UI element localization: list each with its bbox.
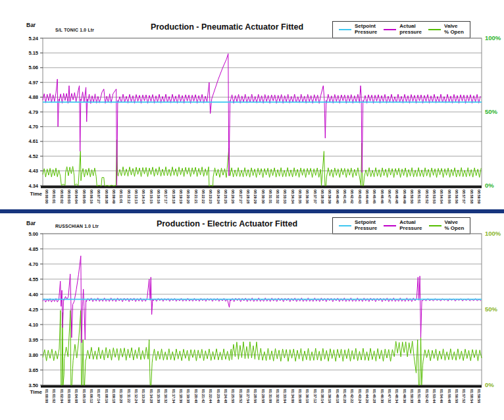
svg-text:5.00: 5.00 (28, 231, 38, 237)
svg-text:01:40:18: 01:40:18 (336, 389, 340, 403)
svg-text:08:49:49: 08:49:49 (403, 190, 407, 203)
svg-text:01:55:48: 01:55:48 (447, 389, 451, 403)
svg-text:01:57:52: 01:57:52 (462, 389, 466, 403)
electric-plot-area: 5.004.854.704.554.404.254.103.953.803.65… (0, 215, 504, 420)
svg-text:3.50: 3.50 (28, 382, 38, 388)
svg-text:08:25:25: 08:25:25 (224, 190, 228, 203)
svg-text:08:45:45: 08:45:45 (372, 190, 376, 203)
svg-text:01:44:26: 01:44:26 (365, 389, 369, 403)
svg-text:08:37:37: 08:37:37 (313, 190, 317, 203)
svg-text:08:52:52: 08:52:52 (425, 190, 429, 203)
svg-text:01:43:24: 01:43:24 (358, 389, 362, 403)
svg-text:01:50:38: 01:50:38 (410, 389, 414, 403)
svg-text:01:45:28: 01:45:28 (372, 389, 376, 403)
svg-text:01:16:32: 01:16:32 (164, 389, 168, 403)
svg-text:01:49:36: 01:49:36 (403, 389, 407, 403)
svg-text:08:29:29: 08:29:29 (253, 190, 257, 203)
svg-text:01:39:16: 01:39:16 (328, 389, 332, 403)
section-divider (0, 209, 504, 213)
series-valve_pct_open-line (43, 140, 481, 186)
svg-text:01:11:22: 01:11:22 (127, 389, 131, 403)
svg-text:08:13:13: 08:13:13 (134, 190, 138, 203)
svg-text:4.79: 4.79 (28, 109, 38, 115)
svg-text:01:00:00: 01:00:00 (45, 389, 49, 403)
right-axis-labels: 100%50%0% (485, 34, 501, 189)
svg-text:01:33:04: 01:33:04 (283, 389, 287, 403)
svg-text:01:32:02: 01:32:02 (276, 389, 280, 403)
svg-text:5.24: 5.24 (28, 36, 38, 41)
svg-text:01:46:30: 01:46:30 (380, 389, 384, 403)
svg-text:01:23:46: 01:23:46 (216, 389, 220, 403)
x-tick-labels: 08:00:0008:01:0108:02:0208:03:0308:04:04… (45, 190, 481, 203)
svg-text:08:32:32: 08:32:32 (276, 190, 280, 203)
svg-text:01:05:10: 01:05:10 (82, 389, 86, 403)
svg-text:4.97: 4.97 (28, 80, 38, 86)
svg-text:01:19:38: 01:19:38 (186, 389, 190, 403)
svg-text:08:06:16: 08:06:16 (89, 190, 93, 203)
svg-text:01:51:40: 01:51:40 (417, 389, 421, 403)
series-actual_pressure-line (43, 54, 480, 186)
gridlines (43, 234, 482, 385)
svg-text:4.43: 4.43 (28, 168, 38, 174)
svg-text:01:06:12: 01:06:12 (89, 389, 93, 403)
svg-text:01:24:48: 01:24:48 (224, 389, 228, 403)
svg-text:08:56:56: 08:56:56 (455, 190, 459, 203)
svg-text:08:08:38: 08:08:38 (105, 190, 109, 203)
svg-text:08:16:16: 08:16:16 (157, 190, 161, 203)
svg-text:01:47:32: 01:47:32 (388, 389, 391, 403)
svg-text:5.15: 5.15 (28, 50, 38, 56)
svg-text:01:41:20: 01:41:20 (343, 389, 347, 403)
svg-text:100%: 100% (485, 230, 501, 237)
svg-text:100%: 100% (485, 34, 501, 41)
svg-text:01:04:08: 01:04:08 (74, 389, 78, 403)
svg-text:01:10:20: 01:10:20 (119, 389, 123, 403)
svg-text:4.55: 4.55 (28, 276, 38, 282)
svg-text:01:34:06: 01:34:06 (291, 389, 295, 403)
svg-text:08:59:59: 08:59:59 (477, 190, 481, 203)
svg-text:08:24:24: 08:24:24 (216, 190, 220, 203)
svg-text:08:50:50: 08:50:50 (410, 190, 414, 203)
svg-text:08:34:34: 08:34:34 (291, 190, 295, 203)
svg-text:4.85: 4.85 (28, 246, 38, 252)
svg-text:08:03:03: 08:03:03 (67, 190, 71, 203)
svg-text:01:02:04: 01:02:04 (60, 389, 64, 403)
svg-text:08:42:42: 08:42:42 (350, 190, 354, 203)
svg-text:01:53:44: 01:53:44 (432, 389, 436, 403)
svg-text:08:54:54: 08:54:54 (440, 190, 443, 203)
svg-text:08:12:12: 08:12:12 (127, 190, 131, 203)
svg-text:01:12:24: 01:12:24 (134, 389, 138, 403)
svg-text:08:30:30: 08:30:30 (261, 190, 265, 203)
svg-text:08:00:00: 08:00:00 (45, 190, 49, 203)
svg-text:01:01:02: 01:01:02 (52, 389, 56, 403)
gridlines (43, 38, 482, 186)
svg-text:01:14:28: 01:14:28 (149, 389, 153, 403)
svg-text:08:15:15: 08:15:15 (149, 190, 153, 203)
svg-text:01:26:52: 01:26:52 (239, 389, 243, 403)
svg-text:01:03:06: 01:03:06 (67, 389, 71, 403)
svg-text:01:42:22: 01:42:22 (350, 389, 354, 403)
svg-text:08:51:51: 08:51:51 (417, 190, 421, 203)
svg-text:4.34: 4.34 (28, 183, 38, 189)
svg-text:01:36:10: 01:36:10 (305, 389, 309, 403)
svg-text:01:13:26: 01:13:26 (141, 389, 145, 403)
svg-text:01:52:42: 01:52:42 (425, 389, 429, 403)
svg-text:01:54:46: 01:54:46 (440, 389, 443, 403)
svg-text:01:35:08: 01:35:08 (298, 389, 302, 403)
svg-text:08:36:36: 08:36:36 (305, 190, 309, 203)
svg-text:08:39:39: 08:39:39 (328, 190, 332, 203)
svg-text:08:11:01: 08:11:01 (119, 190, 123, 203)
svg-text:08:55:55: 08:55:55 (447, 190, 451, 203)
svg-text:01:18:36: 01:18:36 (179, 389, 183, 403)
svg-text:08:07:27: 08:07:27 (97, 190, 101, 203)
series-valve_pct_open-line (43, 311, 482, 386)
svg-text:08:02:02: 08:02:02 (60, 190, 64, 203)
svg-text:4.61: 4.61 (28, 138, 38, 144)
svg-text:3.95: 3.95 (28, 337, 38, 343)
pneumatic-plot-area: 5.245.155.064.974.884.794.704.614.524.43… (0, 0, 504, 211)
dual-trend-chart-page: Bar S/L TONIC 1.0 Ltr Production - Pneum… (0, 0, 504, 420)
svg-text:50%: 50% (485, 305, 498, 313)
svg-text:08:47:47: 08:47:47 (388, 190, 391, 203)
svg-text:4.52: 4.52 (28, 153, 38, 159)
svg-text:50%: 50% (485, 108, 498, 115)
svg-text:08:41:41: 08:41:41 (343, 190, 347, 203)
